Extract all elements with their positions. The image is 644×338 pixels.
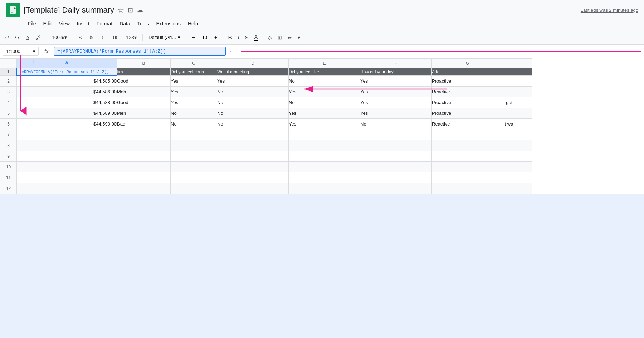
- cell-a3[interactable]: $44,586.00: [17, 87, 117, 97]
- cell-e2[interactable]: No: [289, 76, 360, 87]
- cell-h6[interactable]: It wa: [503, 119, 532, 129]
- cell-c4[interactable]: Yes: [171, 97, 217, 108]
- cell-b12[interactable]: [117, 183, 171, 194]
- cell-b3[interactable]: Meh: [117, 87, 171, 97]
- cell-c7[interactable]: [171, 129, 217, 140]
- cell-e4[interactable]: No: [289, 97, 360, 108]
- cell-b7[interactable]: [117, 129, 171, 140]
- cell-g8[interactable]: [432, 140, 503, 151]
- cell-f3[interactable]: Yes: [360, 87, 432, 97]
- zoom-selector[interactable]: 100% ▾: [49, 33, 70, 41]
- cloud-icon[interactable]: ☁: [137, 6, 143, 14]
- cell-c5[interactable]: No: [171, 108, 217, 119]
- cell-a11[interactable]: [17, 172, 117, 183]
- menu-data[interactable]: Data: [117, 19, 133, 28]
- cell-d3[interactable]: No: [217, 87, 289, 97]
- font-size-decrease[interactable]: −: [189, 33, 198, 41]
- cell-h1[interactable]: [503, 68, 532, 76]
- cell-b10[interactable]: [117, 162, 171, 172]
- menu-view[interactable]: View: [56, 19, 73, 28]
- cell-b5[interactable]: Meh: [117, 108, 171, 119]
- row-num-7[interactable]: 7: [0, 129, 17, 140]
- cell-b9[interactable]: [117, 151, 171, 162]
- menu-extensions[interactable]: Extensions: [153, 19, 183, 28]
- cell-d6[interactable]: No: [217, 119, 289, 129]
- cell-h2[interactable]: [503, 76, 532, 87]
- borders-button[interactable]: ⊞: [275, 33, 284, 42]
- cell-b1[interactable]: tim: [117, 68, 171, 76]
- cell-h7[interactable]: [503, 129, 532, 140]
- cell-d11[interactable]: [217, 172, 289, 183]
- cell-c2[interactable]: Yes: [171, 76, 217, 87]
- row-num-1[interactable]: 1: [0, 68, 17, 76]
- cell-d9[interactable]: [217, 151, 289, 162]
- menu-insert[interactable]: Insert: [74, 19, 92, 28]
- col-header-c[interactable]: C: [171, 59, 217, 68]
- row-num-8[interactable]: 8: [0, 140, 17, 151]
- formula-input[interactable]: =(ARRAYFORMULA('Form Responses 1'!A:Z)): [54, 47, 226, 56]
- cell-b8[interactable]: [117, 140, 171, 151]
- cell-h10[interactable]: [503, 162, 532, 172]
- cell-b2[interactable]: Good: [117, 76, 171, 87]
- cell-f11[interactable]: [360, 172, 432, 183]
- folder-icon[interactable]: ⊡: [128, 6, 133, 14]
- menu-format[interactable]: Format: [94, 19, 115, 28]
- cell-c8[interactable]: [171, 140, 217, 151]
- cell-g7[interactable]: [432, 129, 503, 140]
- menu-edit[interactable]: Edit: [40, 19, 55, 28]
- cell-c10[interactable]: [171, 162, 217, 172]
- row-num-6[interactable]: 6: [0, 119, 17, 129]
- cell-c1[interactable]: Did you feel conn: [171, 68, 217, 76]
- row-num-11[interactable]: 11: [0, 172, 17, 183]
- cell-h3[interactable]: [503, 87, 532, 97]
- row-num-3[interactable]: 3: [0, 87, 17, 97]
- cell-f5[interactable]: Yes: [360, 108, 432, 119]
- cell-a7[interactable]: [17, 129, 117, 140]
- cell-f8[interactable]: [360, 140, 432, 151]
- last-edit-text[interactable]: Last edit was 2 minutes ago: [581, 8, 638, 13]
- cell-e7[interactable]: [289, 129, 360, 140]
- col-header-h[interactable]: [503, 59, 532, 68]
- row-num-2[interactable]: 2: [0, 76, 17, 87]
- menu-tools[interactable]: Tools: [135, 19, 152, 28]
- col-header-a[interactable]: A: [17, 59, 117, 68]
- cell-a1[interactable]: =(ARRAYFORMULA('Form Responses 1'!A:Z)): [17, 68, 117, 76]
- cell-f1[interactable]: How did your day: [360, 68, 432, 76]
- cell-a2[interactable]: $44,585.00: [17, 76, 117, 87]
- cell-f2[interactable]: Yes: [360, 76, 432, 87]
- cell-h4[interactable]: I got: [503, 97, 532, 108]
- strikethrough-button[interactable]: S: [243, 33, 251, 42]
- cell-h11[interactable]: [503, 172, 532, 183]
- cell-d10[interactable]: [217, 162, 289, 172]
- cell-b4[interactable]: Good: [117, 97, 171, 108]
- decimal-less-button[interactable]: .0: [98, 33, 108, 42]
- cell-d7[interactable]: [217, 129, 289, 140]
- cell-c6[interactable]: No: [171, 119, 217, 129]
- col-header-d[interactable]: D: [217, 59, 289, 68]
- cell-f12[interactable]: [360, 183, 432, 194]
- cell-g6[interactable]: Reactive: [432, 119, 503, 129]
- cell-e5[interactable]: Yes: [289, 108, 360, 119]
- col-header-b[interactable]: B: [117, 59, 171, 68]
- cell-a9[interactable]: [17, 151, 117, 162]
- cell-b11[interactable]: [117, 172, 171, 183]
- row-num-9[interactable]: 9: [0, 151, 17, 162]
- cell-g11[interactable]: [432, 172, 503, 183]
- cell-g10[interactable]: [432, 162, 503, 172]
- cell-d4[interactable]: No: [217, 97, 289, 108]
- text-color-button[interactable]: A: [252, 33, 260, 43]
- cell-f4[interactable]: Yes: [360, 97, 432, 108]
- star-icon[interactable]: ☆: [118, 6, 124, 14]
- cell-a4[interactable]: $44,588.00: [17, 97, 117, 108]
- cell-h5[interactable]: [503, 108, 532, 119]
- cell-d8[interactable]: [217, 140, 289, 151]
- cell-c11[interactable]: [171, 172, 217, 183]
- format-number-button[interactable]: 123▾: [123, 33, 140, 42]
- font-size-increase[interactable]: +: [211, 33, 220, 41]
- undo-button[interactable]: ↩: [3, 33, 11, 42]
- col-header-e[interactable]: E: [289, 59, 360, 68]
- cell-a10[interactable]: [17, 162, 117, 172]
- row-num-12[interactable]: 12: [0, 183, 17, 194]
- decimal-more-button[interactable]: .00: [109, 33, 121, 42]
- cell-d1[interactable]: Was it a meeting: [217, 68, 289, 76]
